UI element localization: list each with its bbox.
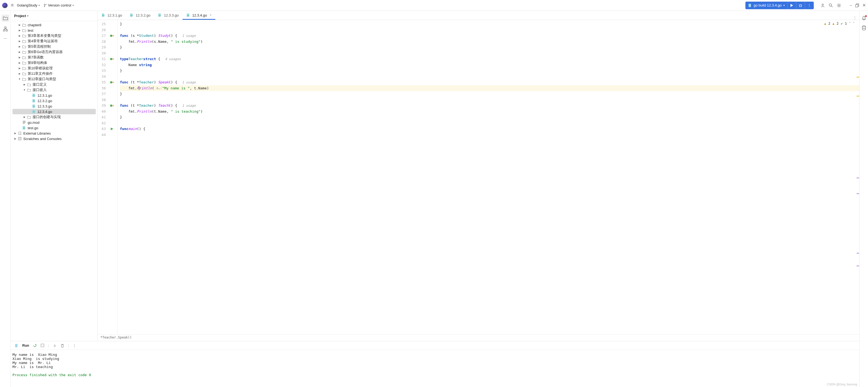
go-file-icon bbox=[748, 3, 752, 7]
version-control-dropdown[interactable]: Version control ▾ bbox=[43, 3, 74, 7]
debug-button[interactable] bbox=[796, 2, 805, 9]
project-name-dropdown[interactable]: GolangStudy ▾ bbox=[17, 3, 40, 7]
version-control-label: Version control bbox=[48, 3, 71, 7]
app-logo bbox=[2, 3, 8, 8]
svg-rect-0 bbox=[749, 3, 751, 7]
run-config-selector[interactable]: go build 12.3.4.go ▾ bbox=[745, 2, 787, 9]
bug-icon bbox=[799, 3, 802, 7]
menu-icon[interactable]: ≡ bbox=[11, 2, 14, 8]
play-icon bbox=[790, 3, 794, 7]
svg-point-2 bbox=[822, 4, 823, 5]
svg-point-1 bbox=[800, 5, 802, 6]
branch-icon bbox=[43, 3, 47, 7]
chevron-down-icon: ▾ bbox=[783, 4, 785, 7]
settings-icon[interactable] bbox=[837, 3, 841, 8]
svg-rect-5 bbox=[856, 5, 858, 7]
account-icon[interactable] bbox=[820, 3, 825, 8]
svg-point-3 bbox=[829, 3, 831, 6]
run-button[interactable] bbox=[788, 2, 796, 9]
search-icon[interactable] bbox=[828, 3, 833, 8]
run-config-label: go build 12.3.4.go bbox=[753, 3, 781, 7]
svg-point-4 bbox=[838, 5, 839, 6]
project-name: GolangStudy bbox=[17, 3, 37, 7]
editor-tab[interactable]: GO12.3.4.go× bbox=[183, 10, 215, 11]
editor-tab[interactable]: GO12.3.2.go bbox=[126, 10, 154, 11]
editor-tab[interactable]: GO12.3.3.go bbox=[154, 10, 182, 11]
chevron-down-icon: ▾ bbox=[72, 4, 74, 7]
more-run-button[interactable]: ⋮ bbox=[805, 2, 814, 9]
minimize-button[interactable]: ─ bbox=[849, 3, 852, 7]
run-config[interactable]: go build 12.3.4.go ▾ ⋮ bbox=[745, 2, 813, 9]
restore-button[interactable] bbox=[855, 3, 859, 7]
chevron-down-icon: ▾ bbox=[38, 4, 40, 7]
close-button[interactable]: ✕ bbox=[862, 3, 866, 8]
editor-tab[interactable]: GO12.3.1.go bbox=[98, 10, 126, 11]
kebab-icon: ⋮ bbox=[807, 3, 811, 7]
